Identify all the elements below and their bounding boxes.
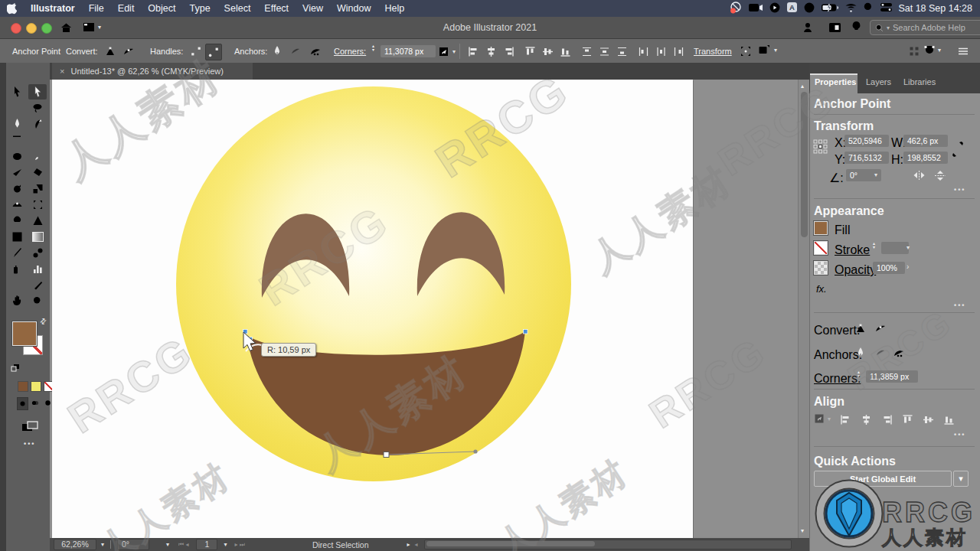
align-left-button[interactable] [466, 44, 481, 59]
panel-align-vcenter-button[interactable] [920, 412, 936, 427]
stroke-weight-stepper[interactable]: ▴▾ [873, 242, 875, 249]
transform-more-options[interactable]: ••• [954, 186, 965, 194]
column-graph-tool[interactable] [28, 261, 47, 276]
direct-selection-tool[interactable] [28, 84, 47, 99]
perspective-grid-tool[interactable] [28, 213, 47, 228]
w-field[interactable]: 462,6 px [903, 135, 948, 147]
select-similar-button[interactable]: ▾ [438, 46, 456, 57]
panel-corners-field[interactable]: 11,3859 px [866, 370, 918, 383]
distribute-vcenter-button[interactable] [596, 44, 612, 59]
zoom-tool[interactable] [28, 293, 47, 308]
selection-tool[interactable] [8, 84, 26, 99]
stroke-color-swatch[interactable] [814, 241, 828, 255]
align-bottom-button[interactable] [557, 44, 573, 59]
width-tool[interactable] [8, 197, 26, 212]
menu-app-name[interactable]: Illustrator [24, 0, 82, 17]
pen-tool[interactable] [8, 116, 26, 132]
panel-align-left-button[interactable] [838, 412, 853, 427]
panel-align-top-button[interactable] [900, 412, 915, 427]
show-handles-button[interactable] [205, 44, 222, 60]
distribute-top-button[interactable] [579, 44, 594, 59]
lightbulb-icon[interactable] [851, 21, 861, 37]
document-tab[interactable]: × Untitled-13* @ 62,26 % (CMYK/Preview) [52, 63, 253, 80]
screen-mode-button[interactable] [21, 421, 38, 435]
battery-icon[interactable] [821, 3, 839, 15]
add-anchor-button[interactable] [270, 44, 285, 59]
panel-align-right-button[interactable] [879, 412, 894, 427]
h-field[interactable]: 198,8552 [903, 152, 948, 164]
rotation-chevron-icon[interactable]: ▾ [166, 541, 169, 548]
panel-add-anchor-button[interactable] [853, 345, 868, 360]
zoom-level-field[interactable]: 62,26% [54, 539, 96, 550]
opacity-field[interactable]: 100% [873, 262, 905, 274]
color-swatch-brown[interactable] [18, 381, 28, 392]
free-transform-tool[interactable] [28, 197, 47, 212]
menu-window[interactable]: Window [330, 0, 377, 17]
bottom-anchor-point[interactable] [384, 452, 389, 458]
flip-vertical-button[interactable] [934, 170, 946, 184]
last-artboard-icon[interactable]: ▸ ⏭ [235, 541, 245, 549]
menu-effect[interactable]: Effect [257, 0, 296, 17]
snap-options-button[interactable]: ▾ [923, 44, 941, 56]
vertical-scrollbar[interactable]: ▴ ▾ [798, 80, 810, 538]
rotate-tool[interactable] [8, 181, 26, 196]
distribute-right-button[interactable] [671, 44, 686, 59]
global-edit-chevron-button[interactable]: ▾ [953, 471, 969, 487]
opacity-expand-icon[interactable]: › [906, 262, 909, 271]
input-source-icon[interactable]: A [786, 2, 798, 15]
distribute-left-button[interactable] [635, 44, 651, 59]
play-circle-icon[interactable] [769, 2, 781, 16]
magic-wand-tool[interactable] [8, 100, 26, 116]
curvature-tool[interactable] [28, 116, 47, 132]
constrain-proportions-icon[interactable] [951, 140, 965, 161]
paintbrush-tool[interactable] [28, 148, 47, 164]
wifi-icon[interactable] [844, 2, 858, 15]
tab-layers[interactable]: Layers [866, 77, 891, 86]
shape-builder-tool[interactable] [8, 213, 26, 228]
blend-tool[interactable] [28, 245, 47, 260]
opacity-link[interactable]: Opacity [835, 263, 876, 277]
panel-cut-path-button[interactable] [891, 345, 906, 360]
menubar-clock[interactable]: Sat 18 Sep 14:28 [898, 3, 972, 14]
upload-circle-icon[interactable] [803, 2, 815, 16]
artboard-number-field[interactable]: 1 [196, 539, 217, 550]
vertical-scroll-thumb[interactable] [801, 92, 808, 237]
help-search-field[interactable]: ▾ Search Adobe Help [870, 20, 980, 35]
draw-normal-mode-button[interactable] [17, 397, 28, 410]
artboard-tool[interactable] [8, 277, 26, 292]
share-user-icon[interactable] [802, 21, 816, 37]
transform-link[interactable]: Transform [694, 47, 732, 56]
apple-menu[interactable] [0, 0, 24, 17]
reference-point-locator[interactable] [813, 139, 828, 157]
scroll-left-icon[interactable]: ▸ [407, 541, 410, 548]
close-tab-icon[interactable]: × [60, 67, 64, 76]
corners-stepper[interactable]: ▴▾ [372, 44, 374, 52]
convert-smooth-button[interactable] [121, 44, 136, 59]
touch-bar-icon[interactable] [906, 44, 922, 59]
arrange-icon[interactable] [828, 22, 841, 36]
artboard-canvas[interactable] [52, 80, 693, 538]
mesh-tool[interactable] [8, 229, 26, 244]
spotlight-search-icon[interactable] [863, 2, 874, 15]
hide-handles-button[interactable] [188, 44, 204, 59]
panel-align-hcenter-button[interactable] [858, 412, 874, 427]
scroll-up-icon[interactable]: ▴ [801, 83, 804, 90]
color-swatch-yellow[interactable] [31, 381, 41, 392]
line-segment-tool[interactable] [28, 132, 47, 148]
swap-fill-stroke-icon[interactable]: ⇄ [38, 316, 48, 327]
stroke-weight-chevron[interactable]: ▾ [906, 244, 910, 251]
stroke-link[interactable]: Stroke [835, 243, 870, 257]
hand-tool[interactable] [8, 293, 26, 308]
corners-link[interactable]: Corners: [334, 47, 366, 56]
lasso-tool[interactable] [28, 100, 47, 116]
x-field[interactable]: 520,5946 [844, 135, 889, 147]
panel-convert-smooth-button[interactable] [873, 321, 888, 336]
direction-handle-end[interactable] [473, 449, 477, 453]
y-field[interactable]: 716,5132 [844, 152, 889, 164]
convert-corner-button[interactable] [103, 44, 118, 59]
ellipse-tool[interactable] [8, 148, 26, 164]
menu-edit[interactable]: Edit [111, 0, 142, 17]
align-to-selection-button[interactable]: ▾ [814, 413, 831, 425]
align-top-button[interactable] [522, 44, 537, 59]
rotation-field[interactable]: 0° [117, 539, 149, 550]
